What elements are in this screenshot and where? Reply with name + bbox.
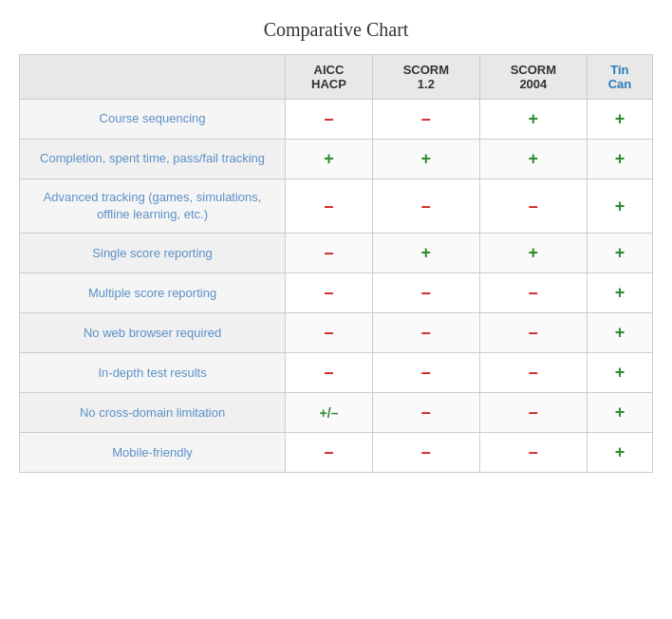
feature-cell: Course sequencing (20, 100, 286, 140)
feature-cell: No cross-domain limitation (20, 393, 286, 433)
value-cell-aicc: – (286, 353, 373, 393)
value-cell-scorm12: – (372, 100, 479, 140)
col-header-feature (20, 55, 286, 100)
value-cell-tincan: + (587, 100, 652, 140)
table-row: Completion, spent time, pass/fail tracki… (20, 140, 653, 179)
value-cell-aicc: – (286, 433, 373, 473)
chart-title: Comparative Chart (19, 19, 653, 41)
value-cell-scorm12: – (372, 433, 479, 473)
col-header-scorm2004: SCORM2004 (479, 55, 587, 100)
feature-cell: Mobile-friendly (20, 433, 286, 473)
feature-cell: No web browser required (20, 313, 286, 353)
value-cell-scorm2004: – (479, 353, 587, 393)
value-cell-aicc: – (286, 179, 373, 234)
feature-cell: Multiple score reporting (20, 273, 286, 313)
value-cell-scorm12: – (372, 273, 479, 313)
value-cell-tincan: + (587, 313, 652, 353)
value-cell-scorm2004: – (479, 273, 587, 313)
value-cell-scorm12: – (372, 353, 479, 393)
comparative-table: AICCHACP SCORM1.2 SCORM2004 TinCan Cours… (19, 54, 653, 473)
value-cell-tincan: + (587, 433, 652, 473)
table-row: No cross-domain limitation+/–––+ (20, 393, 653, 433)
value-cell-tincan: + (587, 234, 652, 273)
value-cell-scorm2004: + (479, 140, 587, 179)
table-row: Mobile-friendly–––+ (20, 433, 653, 473)
value-cell-aicc: – (286, 100, 373, 140)
col-header-tincan: TinCan (587, 55, 652, 100)
chart-container: Comparative Chart AICCHACP SCORM1.2 SCOR… (19, 19, 653, 473)
table-row: Advanced tracking (games, simulations, o… (20, 179, 653, 234)
table-header-row: AICCHACP SCORM1.2 SCORM2004 TinCan (20, 55, 653, 100)
value-cell-tincan: + (587, 179, 652, 234)
value-cell-tincan: + (587, 353, 652, 393)
value-cell-scorm12: + (372, 140, 479, 179)
value-cell-tincan: + (587, 140, 652, 179)
feature-cell: In-depth test results (20, 353, 286, 393)
value-cell-aicc: – (286, 313, 373, 353)
feature-cell: Single score reporting (20, 234, 286, 273)
value-cell-tincan: + (587, 393, 652, 433)
table-row: Multiple score reporting–––+ (20, 273, 653, 313)
col-header-aicc: AICCHACP (286, 55, 373, 100)
value-cell-scorm12: – (372, 393, 479, 433)
value-cell-scorm2004: – (479, 393, 587, 433)
value-cell-scorm12: + (372, 234, 479, 273)
feature-cell: Advanced tracking (games, simulations, o… (20, 179, 286, 234)
value-cell-aicc: – (286, 273, 373, 313)
table-row: No web browser required–––+ (20, 313, 653, 353)
value-cell-scorm2004: + (479, 234, 587, 273)
value-cell-scorm2004: – (479, 433, 587, 473)
col-header-scorm12: SCORM1.2 (372, 55, 479, 100)
value-cell-aicc: – (286, 234, 373, 273)
value-cell-aicc: +/– (286, 393, 373, 433)
value-cell-aicc: + (286, 140, 373, 179)
value-cell-scorm2004: + (479, 100, 587, 140)
value-cell-scorm2004: – (479, 179, 587, 234)
feature-cell: Completion, spent time, pass/fail tracki… (20, 140, 286, 179)
value-cell-scorm12: – (372, 313, 479, 353)
table-row: Course sequencing––++ (20, 100, 653, 140)
table-row: Single score reporting–+++ (20, 234, 653, 273)
value-cell-tincan: + (587, 273, 652, 313)
table-row: In-depth test results–––+ (20, 353, 653, 393)
value-cell-scorm2004: – (479, 313, 587, 353)
value-cell-scorm12: – (372, 179, 479, 234)
